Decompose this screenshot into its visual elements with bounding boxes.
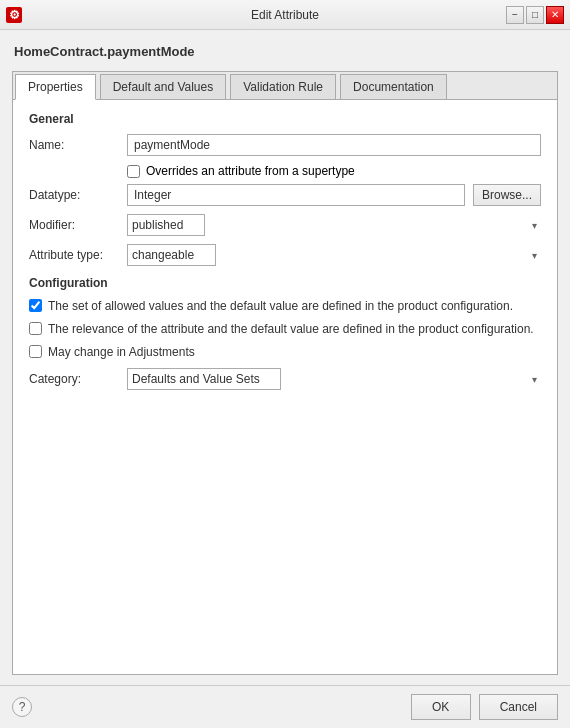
tab-header: Properties Default and Values Validation… [13,72,557,100]
tab-default-values[interactable]: Default and Values [100,74,227,99]
minimize-button[interactable]: − [506,6,524,24]
modifier-select-wrapper: published private protected [127,214,541,236]
category-select[interactable]: Defaults and Value Sets General Validati… [127,368,281,390]
general-section-label: General [29,112,541,126]
modifier-label: Modifier: [29,218,119,232]
config-checkbox1-row: The set of allowed values and the defaul… [29,298,541,315]
title-bar-left: ⚙ [6,7,22,23]
config-section: Configuration The set of allowed values … [29,276,541,360]
tab-properties[interactable]: Properties [15,74,96,100]
ok-button[interactable]: OK [411,694,471,720]
datatype-label: Datatype: [29,188,119,202]
tab-container: Properties Default and Values Validation… [12,71,558,675]
content-area: HomeContract.paymentMode Properties Defa… [12,40,558,675]
app-icon: ⚙ [6,7,22,23]
footer-buttons: OK Cancel [411,694,558,720]
dialog-title: Edit Attribute [251,8,319,22]
config-checkbox1-label: The set of allowed values and the defaul… [48,298,513,315]
name-label: Name: [29,138,119,152]
attribute-type-select-wrapper: changeable readonly derived [127,244,541,266]
config-checkbox1[interactable] [29,299,42,312]
dialog-body: HomeContract.paymentMode Properties Defa… [0,30,570,685]
config-checkbox2-label: The relevance of the attribute and the d… [48,321,534,338]
datatype-input[interactable] [127,184,465,206]
modifier-row: Modifier: published private protected [29,214,541,236]
browse-button[interactable]: Browse... [473,184,541,206]
tab-documentation[interactable]: Documentation [340,74,447,99]
config-checkbox3-label: May change in Adjustments [48,344,195,361]
category-select-wrapper: Defaults and Value Sets General Validati… [127,368,541,390]
name-input[interactable] [127,134,541,156]
close-button[interactable]: ✕ [546,6,564,24]
title-bar-controls: − □ ✕ [506,6,564,24]
cancel-button[interactable]: Cancel [479,694,558,720]
category-row: Category: Defaults and Value Sets Genera… [29,368,541,390]
name-row: Name: [29,134,541,156]
modifier-select[interactable]: published private protected [127,214,205,236]
attribute-type-select[interactable]: changeable readonly derived [127,244,216,266]
entity-title: HomeContract.paymentMode [12,40,558,63]
config-section-label: Configuration [29,276,541,290]
footer-left: ? [12,697,32,717]
attribute-type-label: Attribute type: [29,248,119,262]
attribute-type-row: Attribute type: changeable readonly deri… [29,244,541,266]
config-checkbox3[interactable] [29,345,42,358]
config-checkbox3-row: May change in Adjustments [29,344,541,361]
overrides-label: Overrides an attribute from a supertype [146,164,355,178]
dialog-footer: ? OK Cancel [0,685,570,728]
overrides-row: Overrides an attribute from a supertype [127,164,541,178]
datatype-row: Datatype: Browse... [29,184,541,206]
tab-content-properties: General Name: Overrides an attribute fro… [13,100,557,674]
help-button[interactable]: ? [12,697,32,717]
maximize-button[interactable]: □ [526,6,544,24]
config-checkbox2[interactable] [29,322,42,335]
title-bar: ⚙ Edit Attribute − □ ✕ [0,0,570,30]
config-checkbox2-row: The relevance of the attribute and the d… [29,321,541,338]
category-label: Category: [29,372,119,386]
tab-validation-rule[interactable]: Validation Rule [230,74,336,99]
overrides-checkbox[interactable] [127,165,140,178]
